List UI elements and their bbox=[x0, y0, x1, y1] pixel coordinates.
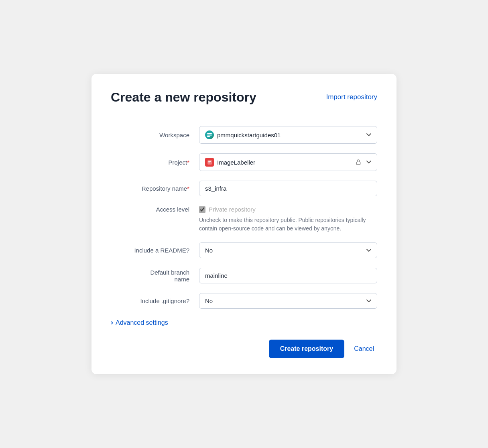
repo-name-field bbox=[199, 181, 377, 196]
create-repository-modal: Create a new repository Import repositor… bbox=[92, 74, 396, 374]
page-title: Create a new repository bbox=[111, 90, 256, 105]
gitignore-select-wrap[interactable]: No No Yes bbox=[199, 293, 377, 309]
modal-header: Create a new repository Import repositor… bbox=[111, 90, 377, 105]
advanced-settings-chevron: › bbox=[111, 318, 113, 327]
readme-row: Include a README? No No Yes bbox=[111, 242, 377, 258]
modal-footer: Create repository Cancel bbox=[111, 340, 377, 358]
repo-name-row: Repository name* bbox=[111, 181, 377, 196]
private-repo-checkbox[interactable] bbox=[199, 206, 205, 213]
cancel-button[interactable]: Cancel bbox=[351, 340, 377, 358]
project-label: Project* bbox=[111, 159, 199, 166]
access-level-label: Access level bbox=[111, 206, 199, 213]
workspace-select-wrap[interactable]: pmmquickstartguides01 pmmquickstartguide… bbox=[199, 126, 377, 144]
default-branch-field bbox=[199, 268, 377, 283]
project-field: ImageLabeller ImageLabeller bbox=[199, 153, 377, 171]
project-select-wrap[interactable]: ImageLabeller ImageLabeller bbox=[199, 153, 377, 171]
access-level-field: Private repository Uncheck to make this … bbox=[199, 206, 377, 233]
gitignore-row: Include .gitignore? No No Yes bbox=[111, 293, 377, 309]
workspace-label: Workspace bbox=[111, 132, 199, 138]
import-repository-link[interactable]: Import repository bbox=[326, 93, 377, 101]
access-level-row: Access level Private repository Uncheck … bbox=[111, 206, 377, 233]
repo-name-input[interactable] bbox=[199, 181, 377, 196]
gitignore-label: Include .gitignore? bbox=[111, 297, 199, 304]
gitignore-field: No No Yes bbox=[199, 293, 377, 309]
advanced-settings-toggle[interactable]: › Advanced settings bbox=[111, 318, 377, 327]
default-branch-input[interactable] bbox=[199, 268, 377, 283]
create-repository-button[interactable]: Create repository bbox=[269, 340, 345, 358]
workspace-field: pmmquickstartguides01 pmmquickstartguide… bbox=[199, 126, 377, 144]
header-divider bbox=[111, 113, 377, 113]
workspace-row: Workspace pmmquickstartguides01 pmmqu bbox=[111, 126, 377, 144]
readme-select-wrap[interactable]: No No Yes bbox=[199, 242, 377, 258]
private-repo-checkbox-label: Private repository bbox=[209, 206, 256, 213]
repo-name-label: Repository name* bbox=[111, 185, 199, 192]
project-row: Project* ImageLabeller bbox=[111, 153, 377, 171]
default-branch-row: Default branch name bbox=[111, 268, 377, 283]
project-required: * bbox=[187, 159, 189, 166]
access-description: Uncheck to make this repository public. … bbox=[199, 216, 372, 233]
advanced-settings-label: Advanced settings bbox=[116, 319, 168, 326]
readme-field: No No Yes bbox=[199, 242, 377, 258]
readme-label: Include a README? bbox=[111, 247, 199, 254]
private-repo-checkbox-row: Private repository bbox=[199, 206, 377, 213]
repo-name-required: * bbox=[187, 185, 189, 192]
default-branch-label: Default branch name bbox=[111, 269, 199, 283]
